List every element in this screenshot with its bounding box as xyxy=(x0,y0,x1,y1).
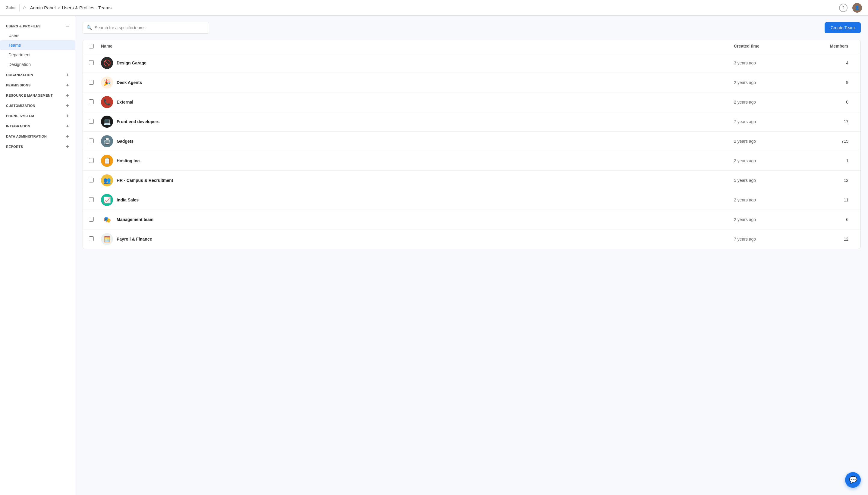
row-checkbox[interactable] xyxy=(89,178,94,183)
row-checkbox[interactable] xyxy=(89,60,94,65)
team-name: Management team xyxy=(117,217,153,222)
row-checkbox[interactable] xyxy=(89,217,94,222)
breadcrumb-sep: > xyxy=(58,5,60,10)
sidebar-section-data-administration[interactable]: DATA ADMINISTRATION + xyxy=(0,131,75,141)
team-name-cell[interactable]: 🧮 Payroll & Finance xyxy=(101,233,734,245)
app-logo: Zoho xyxy=(6,5,16,10)
sidebar-section-label-users-profiles: USERS & PROFILES xyxy=(6,24,41,28)
sidebar-section-reports[interactable]: REPORTS + xyxy=(0,141,75,151)
team-name-cell[interactable]: 📞 External xyxy=(101,96,734,108)
row-checkbox[interactable] xyxy=(89,158,94,163)
help-button[interactable]: ? xyxy=(839,4,848,12)
sidebar: USERS & PROFILES − Users Teams Departmen… xyxy=(0,16,75,495)
sidebar-item-label-teams: Teams xyxy=(9,43,21,48)
team-avatar: 🎉 xyxy=(101,76,113,88)
team-members: 715 xyxy=(800,139,854,143)
team-avatar: 🧮 xyxy=(101,233,113,245)
sidebar-item-department[interactable]: Department xyxy=(0,50,75,59)
team-created-time: 3 years ago xyxy=(734,61,800,65)
table-row: 📈 India Sales 2 years ago 11 xyxy=(83,190,861,210)
chat-widget[interactable]: 💬 xyxy=(845,472,861,488)
sidebar-section-integration[interactable]: INTEGRATION + xyxy=(0,120,75,131)
row-checkbox[interactable] xyxy=(89,197,94,202)
breadcrumb-root: Admin Panel xyxy=(30,5,56,10)
team-name: Gadgets xyxy=(117,139,133,143)
sidebar-expand-resource-management[interactable]: + xyxy=(66,93,69,98)
team-avatar: 📞 xyxy=(101,96,113,108)
topbar-right: ? 👤 xyxy=(839,3,862,13)
team-name: External xyxy=(117,100,133,104)
team-name-cell[interactable]: 👥 HR - Campus & Recruitment xyxy=(101,174,734,186)
table-row: 📞 External 2 years ago 0 xyxy=(83,92,861,112)
row-checkbox-cell xyxy=(89,80,101,86)
row-checkbox-cell xyxy=(89,158,101,164)
table-row: 🖨️ Gadgets 2 years ago 715 xyxy=(83,132,861,151)
search-input[interactable] xyxy=(95,25,205,30)
avatar-initials: 👤 xyxy=(855,5,859,10)
sidebar-expand-integration[interactable]: + xyxy=(66,123,69,129)
search-box[interactable]: 🔍 xyxy=(83,22,209,34)
sidebar-section-organization[interactable]: ORGANIZATION + xyxy=(0,69,75,80)
home-icon[interactable]: ⌂ xyxy=(23,4,27,11)
team-members: 11 xyxy=(800,198,854,202)
create-team-button[interactable]: Create Team xyxy=(824,22,861,33)
sidebar-item-label-users: Users xyxy=(9,33,20,38)
team-name-cell[interactable]: 📈 India Sales xyxy=(101,194,734,206)
sidebar-expand-customization[interactable]: + xyxy=(66,103,69,108)
team-created-time: 5 years ago xyxy=(734,178,800,183)
team-name-cell[interactable]: 🎭 Management team xyxy=(101,214,734,225)
team-name-cell[interactable]: 📋 Hosting Inc. xyxy=(101,155,734,167)
sidebar-expand-permissions[interactable]: + xyxy=(66,83,69,88)
row-checkbox[interactable] xyxy=(89,99,94,104)
team-created-time: 2 years ago xyxy=(734,139,800,143)
sidebar-section-label-phone-system: PHONE SYSTEM xyxy=(6,114,34,118)
row-checkbox[interactable] xyxy=(89,80,94,85)
select-all-checkbox[interactable] xyxy=(89,44,94,49)
sidebar-section-users-profiles[interactable]: USERS & PROFILES − xyxy=(0,20,75,31)
row-checkbox[interactable] xyxy=(89,236,94,241)
team-members: 6 xyxy=(800,217,854,222)
table-row: 👥 HR - Campus & Recruitment 5 years ago … xyxy=(83,171,861,190)
sidebar-expand-phone-system[interactable]: + xyxy=(66,113,69,119)
sidebar-expand-organization[interactable]: + xyxy=(66,72,69,78)
team-name-cell[interactable]: 💻 Front end developers xyxy=(101,116,734,128)
team-avatar: 👥 xyxy=(101,174,113,186)
sidebar-section-customization[interactable]: CUSTOMIZATION + xyxy=(0,100,75,110)
sidebar-section-label-resource-management: RESOURCE MANAGEMENT xyxy=(6,93,53,97)
sidebar-expand-data-administration[interactable]: + xyxy=(66,134,69,139)
row-checkbox-cell xyxy=(89,99,101,105)
sidebar-collapse-users-profiles[interactable]: − xyxy=(66,23,69,29)
sidebar-item-users[interactable]: Users xyxy=(0,31,75,40)
sidebar-section-permissions[interactable]: PERMISSIONS + xyxy=(0,80,75,90)
sidebar-item-designation[interactable]: Designation xyxy=(0,59,75,69)
row-checkbox-cell xyxy=(89,217,101,222)
top-actions: 🔍 Create Team xyxy=(83,22,861,34)
team-name-cell[interactable]: 🖨️ Gadgets xyxy=(101,135,734,147)
row-checkbox[interactable] xyxy=(89,138,94,143)
sidebar-section-phone-system[interactable]: PHONE SYSTEM + xyxy=(0,110,75,120)
sidebar-section-resource-management[interactable]: RESOURCE MANAGEMENT + xyxy=(0,90,75,100)
team-avatar: 📋 xyxy=(101,155,113,167)
team-created-time: 7 years ago xyxy=(734,237,800,241)
sidebar-section-label-permissions: PERMISSIONS xyxy=(6,83,31,87)
chat-icon: 💬 xyxy=(849,476,857,484)
row-checkbox-cell xyxy=(89,178,101,183)
user-avatar[interactable]: 👤 xyxy=(852,3,862,13)
select-all-cell xyxy=(89,44,101,49)
team-name: HR - Campus & Recruitment xyxy=(117,178,173,183)
row-checkbox-cell xyxy=(89,197,101,203)
team-name-cell[interactable]: 🚫 Design Garage xyxy=(101,57,734,69)
topbar: Zoho ⌂ Admin Panel > Users & Profiles - … xyxy=(0,0,868,16)
team-name: Front end developers xyxy=(117,119,160,124)
breadcrumb-current: Users & Profiles - Teams xyxy=(62,5,112,10)
row-checkbox-cell xyxy=(89,236,101,242)
sidebar-section-label-organization: ORGANIZATION xyxy=(6,73,33,77)
row-checkbox[interactable] xyxy=(89,119,94,124)
team-members: 4 xyxy=(800,61,854,65)
team-members: 12 xyxy=(800,237,854,241)
team-name: Hosting Inc. xyxy=(117,158,141,163)
sidebar-expand-reports[interactable]: + xyxy=(66,144,69,149)
sidebar-item-teams[interactable]: Teams xyxy=(0,40,75,50)
team-name-cell[interactable]: 🎉 Desk Agents xyxy=(101,76,734,88)
team-members: 12 xyxy=(800,178,854,183)
